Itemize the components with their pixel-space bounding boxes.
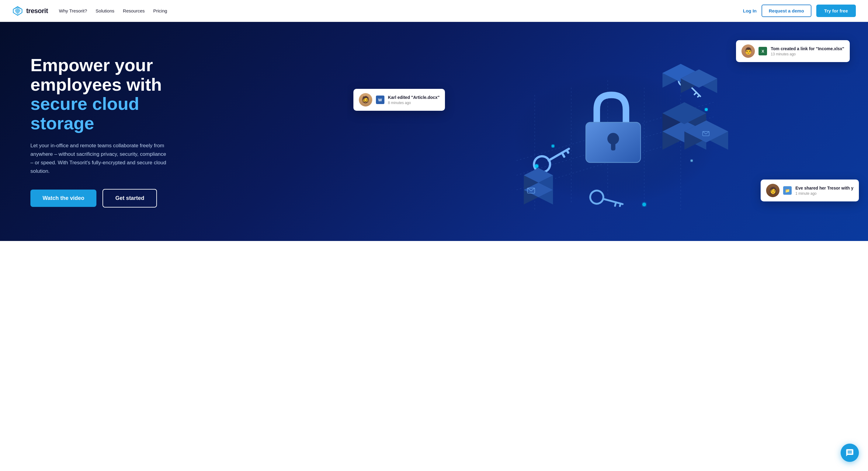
hero-title: Empower your employees with secure cloud… [30, 55, 170, 133]
file-icon-folder: 📁 [783, 186, 792, 195]
svg-point-52 [690, 159, 692, 161]
hero-buttons: Watch the video Get started [30, 189, 170, 207]
hero-visual: 👨 X Tom created a link for "Income.xlsx"… [347, 22, 868, 241]
logo-icon [12, 5, 23, 17]
notification-tom: 👨 X Tom created a link for "Income.xlsx"… [736, 40, 850, 62]
try-free-button[interactable]: Try for free [816, 5, 856, 17]
notif-text-eve: Eve shared her Tresor with y 1 minute ag… [795, 185, 854, 196]
nav-item-why[interactable]: Why Tresorit? [59, 8, 87, 13]
nav-item-resources[interactable]: Resources [123, 8, 145, 13]
notif-text-karl: Karl edited "Article.docx" 8 minutes ago [388, 95, 440, 105]
hero-title-highlight: secure cloud storage [30, 94, 170, 133]
svg-point-53 [551, 145, 554, 148]
avatar-karl: 🧔 [359, 93, 372, 107]
navbar-left: tresorit Why Tresorit? Solutions Resourc… [12, 5, 167, 17]
logo[interactable]: tresorit [12, 5, 48, 17]
navbar: tresorit Why Tresorit? Solutions Resourc… [0, 0, 868, 22]
login-button[interactable]: Log In [743, 8, 757, 13]
nav-item-solutions[interactable]: Solutions [95, 8, 114, 13]
watch-video-button[interactable]: Watch the video [30, 189, 96, 207]
notification-karl: 🧔 W Karl edited "Article.docx" 8 minutes… [353, 89, 445, 111]
request-demo-button[interactable]: Request a demo [762, 5, 811, 17]
hero-section: Empower your employees with secure cloud… [0, 22, 868, 241]
svg-point-49 [535, 164, 538, 168]
svg-point-51 [642, 203, 646, 206]
nav-links: Why Tresorit? Solutions Resources Pricin… [59, 8, 167, 14]
notif-text-tom: Tom created a link for "Income.xlsx" 13 … [771, 46, 844, 56]
nav-item-pricing[interactable]: Pricing [153, 8, 167, 13]
get-started-button[interactable]: Get started [102, 189, 157, 207]
svg-point-50 [705, 108, 708, 111]
avatar-tom: 👨 [742, 45, 755, 58]
navbar-right: Log In Request a demo Try for free [743, 5, 856, 17]
file-icon-word: W [376, 95, 384, 104]
file-icon-excel: X [758, 47, 767, 55]
hero-description: Let your in-office and remote teams coll… [30, 142, 170, 176]
hero-content: Empower your employees with secure cloud… [0, 31, 195, 232]
logo-text: tresorit [26, 7, 48, 15]
avatar-eve: 👩 [766, 184, 779, 197]
notification-eve: 👩 📁 Eve shared her Tresor with y 1 minut… [761, 179, 859, 201]
svg-rect-15 [611, 142, 615, 150]
